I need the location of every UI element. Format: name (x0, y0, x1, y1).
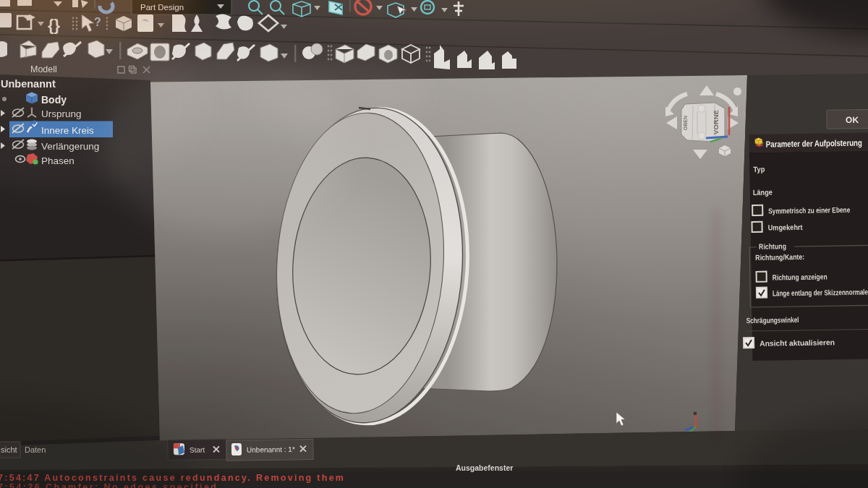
svg-text:OK: OK (846, 115, 859, 125)
svg-text:OBEN: OBEN (683, 116, 688, 130)
svg-text:Richtung: Richtung (759, 241, 786, 251)
svg-text:Start: Start (190, 446, 205, 454)
svg-text:Umgekehrt: Umgekehrt (768, 223, 804, 232)
svg-text:Symmetrisch zu einer Ebene: Symmetrisch zu einer Ebene (768, 205, 850, 215)
svg-text:Ausgabefenster: Ausgabefenster (456, 463, 513, 472)
svg-text:Richtung anzeigen: Richtung anzeigen (773, 272, 827, 281)
svg-text:Typ: Typ (753, 165, 765, 174)
svg-text:Länge: Länge (753, 187, 773, 196)
svg-text:Schrägungswinkel: Schrägungswinkel (746, 315, 799, 325)
svg-text:Unbenannt : 1*: Unbenannt : 1* (247, 445, 295, 454)
svg-text:Länge entlang der Skizzennorma: Länge entlang der Skizzennormale (773, 287, 868, 297)
svg-text:Parameter der Aufpolsterung: Parameter der Aufpolsterung (766, 138, 862, 150)
svg-text:VORNE: VORNE (712, 110, 720, 134)
svg-text:Ansicht aktualisieren: Ansicht aktualisieren (760, 338, 835, 348)
svg-text:Richtung/Kante:: Richtung/Kante: (755, 252, 804, 262)
